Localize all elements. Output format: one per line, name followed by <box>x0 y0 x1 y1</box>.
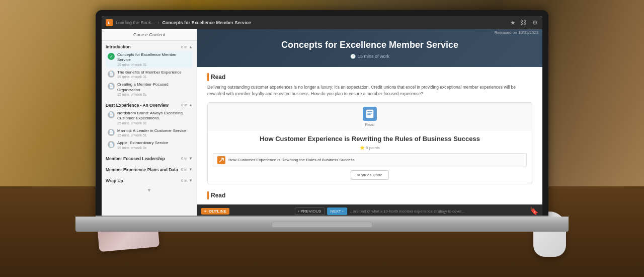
next-label: NEXT <box>331 209 341 214</box>
article-link-text: How Customer Experience is Rewriting the… <box>228 158 522 162</box>
check-icon: ✓ <box>108 53 115 60</box>
content-area[interactable]: Read Delivering outstanding customer exp… <box>197 67 542 204</box>
doc-icon-1: 📄 <box>108 71 115 78</box>
section-meta-wrapup: 0 in ▼ <box>181 178 193 183</box>
item-text-nordstrom: Nordstrom Brand: Always Exceeding Custom… <box>117 111 191 125</box>
doc-icon-4: 📄 <box>108 129 115 136</box>
section-header-leadership[interactable]: Member Focused Leadership 0 in ▼ <box>106 155 193 163</box>
svg-rect-2 <box>367 113 372 114</box>
scroll-down-arrow: ▼ <box>147 187 152 193</box>
section-header-wrapup[interactable]: Wrap Up 0 in ▼ <box>106 177 193 185</box>
item-text-benefits: The Benefits of Member Experience 15 min… <box>117 70 191 79</box>
section-meta-plans: 0 in ▼ <box>181 167 193 172</box>
doc-icon-2: 📄 <box>108 83 115 90</box>
section-title-plans: Member Experience Plans and Data <box>106 167 178 172</box>
course-title: Concepts for Excellence Member Service <box>212 39 527 51</box>
section-title-best: Best Experience - An Overview <box>106 103 169 108</box>
read-text-1: Read <box>211 74 225 81</box>
sidebar-item-apple[interactable]: 📄 Apple: Extraordinary Service 15 mins o… <box>106 139 193 151</box>
sidebar-section-introduction: Introduction 0 in ▲ ✓ Concepts for Excel… <box>102 41 197 99</box>
article-meta: ⭐ 5 points <box>208 146 532 153</box>
sidebar-section-wrapup: Wrap Up 0 in ▼ <box>102 175 197 186</box>
read-section-1: Read Delivering outstanding customer exp… <box>207 73 532 184</box>
chevron-up-icon: ▲ <box>189 45 193 49</box>
sidebar-item-nordstrom[interactable]: 📄 Nordstrom Brand: Always Exceeding Cust… <box>106 109 193 126</box>
sidebar-section-plans: Member Experience Plans and Data 0 in ▼ <box>102 164 197 175</box>
label-bar-2 <box>207 191 209 199</box>
scroll-indicator: ▼ <box>102 186 197 194</box>
article-doc-icon <box>363 107 377 121</box>
outline-label: OUTLINE <box>209 209 226 214</box>
prev-next-controls: ‹ PREVIOUS NEXT › <box>295 207 347 215</box>
sidebar-item-marriott[interactable]: 📄 Marriott: A Leader in Customer Service… <box>106 127 193 138</box>
read-text-2: Read <box>211 192 225 199</box>
topbar-breadcrumb: Loading the Book... <box>116 20 155 25</box>
section-header-best[interactable]: Best Experience - An Overview 0 in ▲ <box>106 101 193 109</box>
screen-bezel: L Loading the Book... › Concepts for Exc… <box>96 10 548 222</box>
topbar-left: L Loading the Book... › Concepts for Exc… <box>106 19 251 26</box>
star-icon[interactable]: ★ <box>509 19 516 26</box>
section-title-intro: Introduction <box>106 44 131 49</box>
clock-icon: 🕐 <box>350 54 356 59</box>
nav-text-preview: ...are part of what a 10-North member ex… <box>350 209 465 214</box>
chevron-down-icon-4: ▼ <box>189 167 193 172</box>
link-icon[interactable]: ⛓ <box>520 19 527 26</box>
course-hero: Released on 10/31/2023 Concepts for Exce… <box>197 29 542 67</box>
doc-icon-3: 📄 <box>108 111 115 118</box>
article-link-row[interactable]: How Customer Experience is Rewriting the… <box>213 153 527 167</box>
course-meta: 🕐 15 mins of work <box>212 54 527 59</box>
topbar-title: Concepts for Excellence Member Service <box>163 20 251 25</box>
svg-rect-0 <box>366 110 373 118</box>
next-icon: › <box>342 209 344 214</box>
prev-icon: ‹ <box>298 209 300 214</box>
app-topbar: L Loading the Book... › Concepts for Exc… <box>102 16 542 29</box>
bookmark-icon[interactable]: 🔖 <box>530 207 538 215</box>
sidebar-item-concepts[interactable]: ✓ Concepts for Excellence Member Service… <box>106 51 193 68</box>
released-badge: Released on 10/31/2023 <box>495 30 538 35</box>
doc-icon-5: 📄 <box>108 141 115 148</box>
article-icon-label: Read <box>214 122 526 127</box>
read-section-2: Read <box>207 191 532 199</box>
topbar-right: ★ ⛓ ⚙ <box>509 19 538 26</box>
next-button[interactable]: NEXT › <box>327 207 347 215</box>
section-meta-best: 0 in ▲ <box>181 103 193 107</box>
read-label-2: Read <box>207 191 532 199</box>
article-header: Read <box>208 103 532 131</box>
main-content: Released on 10/31/2023 Concepts for Exce… <box>197 29 542 218</box>
article-title: How Customer Experience is Rewriting the… <box>208 131 532 146</box>
external-link-icon <box>217 156 225 164</box>
svg-rect-1 <box>367 111 372 112</box>
topbar-separator: › <box>158 20 159 25</box>
sidebar-section-best-experience: Best Experience - An Overview 0 in ▲ 📄 N… <box>102 99 197 153</box>
gear-icon[interactable]: ⚙ <box>531 19 538 26</box>
chevron-down-icon-3: ▼ <box>189 156 193 161</box>
item-text-marriott: Marriott: A Leader in Customer Service 1… <box>117 128 191 137</box>
item-text-creating: Creating a Member-Focused Organization 1… <box>117 82 191 96</box>
read-label-1: Read <box>207 73 532 81</box>
laptop: L Loading the Book... › Concepts for Exc… <box>75 10 569 272</box>
chevron-down-icon-5: ▼ <box>189 178 193 183</box>
previous-button[interactable]: ‹ PREVIOUS <box>295 207 325 215</box>
mark-done-button[interactable]: Mark as Done <box>351 170 389 180</box>
sidebar-item-benefits[interactable]: 📄 The Benefits of Member Experience 15 m… <box>106 68 193 80</box>
item-text-apple: Apple: Extraordinary Service 15 mins of … <box>117 141 191 149</box>
app-logo: L <box>106 19 113 26</box>
outline-icon: ≡ <box>204 209 207 214</box>
section-meta-leadership: 0 in ▼ <box>181 156 193 161</box>
section-title-leadership: Member Focused Leadership <box>106 156 165 161</box>
sidebar-item-creating[interactable]: 📄 Creating a Member-Focused Organization… <box>106 81 193 98</box>
course-content-label: Course Content <box>102 29 197 41</box>
sidebar-section-leadership: Member Focused Leadership 0 in ▼ <box>102 153 197 164</box>
section-header-intro[interactable]: Introduction 0 in ▲ <box>106 43 193 51</box>
read-description-1: Delivering outstanding customer experien… <box>207 84 532 97</box>
article-card: Read How Customer Experience is Rewritin… <box>207 102 532 184</box>
svg-rect-3 <box>367 114 371 115</box>
laptop-screen: L Loading the Book... › Concepts for Exc… <box>102 16 542 218</box>
outline-button[interactable]: ≡ OUTLINE <box>201 208 229 215</box>
app-body: Course Content Introduction 0 in ▲ ✓ <box>102 29 542 218</box>
section-title-wrapup: Wrap Up <box>106 178 123 183</box>
prev-label: PREVIOUS <box>300 209 321 214</box>
section-meta-intro: 0 in ▲ <box>181 45 193 49</box>
points-icon: ⭐ <box>360 146 365 150</box>
section-header-plans[interactable]: Member Experience Plans and Data 0 in ▼ <box>106 166 193 174</box>
